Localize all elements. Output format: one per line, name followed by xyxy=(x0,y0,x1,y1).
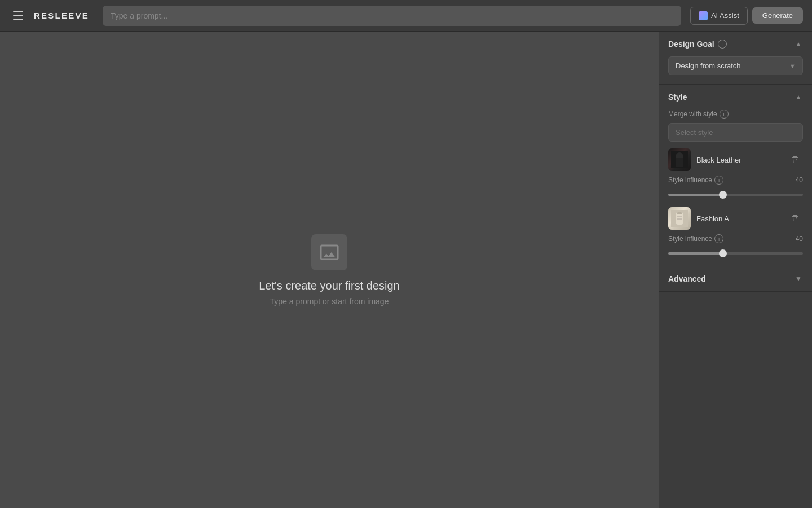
design-goal-chevron-down-icon: ▼ xyxy=(789,63,796,69)
main-layout: Let's create your first design Type a pr… xyxy=(0,32,812,508)
advanced-header[interactable]: Advanced ▼ xyxy=(659,266,812,291)
style-section: Style ▲ Merge with style i xyxy=(659,85,812,266)
style-item-fashion-a: Fashion A xyxy=(668,207,803,230)
navbar-actions: AI Assist Generate xyxy=(690,7,803,25)
design-goal-dropdown[interactable]: Design from scratch ▼ xyxy=(668,56,803,75)
menu-icon-line2 xyxy=(13,15,23,16)
fashion-a-slider-container xyxy=(668,247,803,257)
svg-rect-2 xyxy=(676,158,683,167)
style-name-black-leather: Black Leather xyxy=(696,156,782,164)
style-header[interactable]: Style ▲ xyxy=(659,85,812,110)
design-goal-header[interactable]: Design Goal i ▲ xyxy=(659,32,812,56)
advanced-header-left: Advanced xyxy=(668,274,706,283)
menu-button[interactable] xyxy=(9,7,27,25)
style-name-fashion-a: Fashion A xyxy=(696,214,782,223)
trash-icon xyxy=(791,155,800,164)
design-goal-selected: Design from scratch xyxy=(676,62,741,70)
style-thumb-black-leather xyxy=(668,148,691,171)
empty-state-icon xyxy=(311,234,347,270)
design-goal-content: Design from scratch ▼ xyxy=(659,56,812,84)
style-chevron-up-icon: ▲ xyxy=(794,93,803,102)
black-leather-influence-text: Style influence xyxy=(668,176,712,184)
delete-fashion-a-button[interactable] xyxy=(787,211,803,226)
black-leather-influence-info-icon[interactable]: i xyxy=(714,176,723,185)
fashion-a-influence-value: 40 xyxy=(796,235,803,243)
style-content: Merge with style i xyxy=(659,110,812,266)
image-placeholder-icon xyxy=(319,242,339,262)
black-leather-influence-row: Style influence i 40 xyxy=(668,176,803,185)
design-goal-title: Design Goal xyxy=(668,40,714,49)
fashion-a-influence-info-icon[interactable]: i xyxy=(714,234,723,243)
black-leather-influence-label: Style influence i xyxy=(668,176,723,185)
design-goal-info-icon[interactable]: i xyxy=(718,40,727,49)
advanced-section: Advanced ▼ xyxy=(659,266,812,292)
app-logo: RESLEEVE xyxy=(34,11,89,20)
style-title: Style xyxy=(668,93,687,102)
merge-with-style-label: Merge with style xyxy=(668,110,717,118)
empty-state-subtitle: Type a prompt or start from image xyxy=(270,297,389,306)
advanced-chevron-down-icon: ▼ xyxy=(794,274,803,283)
generate-button[interactable]: Generate xyxy=(752,7,803,24)
fashion-a-influence-row: Style influence i 40 xyxy=(668,234,803,243)
merge-with-style-label-row: Merge with style i xyxy=(668,110,803,119)
design-goal-section: Design Goal i ▲ Design from scratch ▼ xyxy=(659,32,812,85)
right-sidebar: Design Goal i ▲ Design from scratch ▼ St… xyxy=(659,32,812,508)
menu-icon-line1 xyxy=(13,11,23,12)
menu-icon-line3 xyxy=(13,19,23,20)
fashion-a-thumb-image xyxy=(671,210,688,227)
navbar: RESLEEVE AI Assist Generate xyxy=(0,0,812,32)
style-select-input[interactable] xyxy=(668,123,803,142)
svg-rect-7 xyxy=(677,212,682,214)
ai-assist-button[interactable]: AI Assist xyxy=(690,7,748,25)
style-header-left: Style xyxy=(668,93,687,102)
canvas-area: Let's create your first design Type a pr… xyxy=(0,32,659,508)
black-leather-influence-slider[interactable] xyxy=(668,194,803,196)
fashion-a-influence-text: Style influence xyxy=(668,235,712,243)
black-leather-thumb-image xyxy=(671,151,688,168)
trash-icon xyxy=(791,214,800,223)
black-leather-slider-container xyxy=(668,188,803,198)
advanced-title: Advanced xyxy=(668,274,706,283)
ai-assist-label: AI Assist xyxy=(711,11,739,20)
merge-with-style-info-icon[interactable]: i xyxy=(720,110,729,119)
style-item-black-leather: Black Leather xyxy=(668,148,803,171)
fashion-a-influence-slider[interactable] xyxy=(668,252,803,255)
design-goal-chevron-up-icon: ▲ xyxy=(794,40,803,49)
delete-black-leather-button[interactable] xyxy=(787,152,803,168)
prompt-input[interactable] xyxy=(103,6,681,26)
design-goal-header-left: Design Goal i xyxy=(668,40,727,49)
fashion-a-influence-label: Style influence i xyxy=(668,234,723,243)
style-thumb-fashion-a xyxy=(668,207,691,230)
ai-assist-icon xyxy=(699,11,708,20)
empty-state-title: Let's create your first design xyxy=(259,279,400,292)
black-leather-influence-value: 40 xyxy=(796,176,803,184)
